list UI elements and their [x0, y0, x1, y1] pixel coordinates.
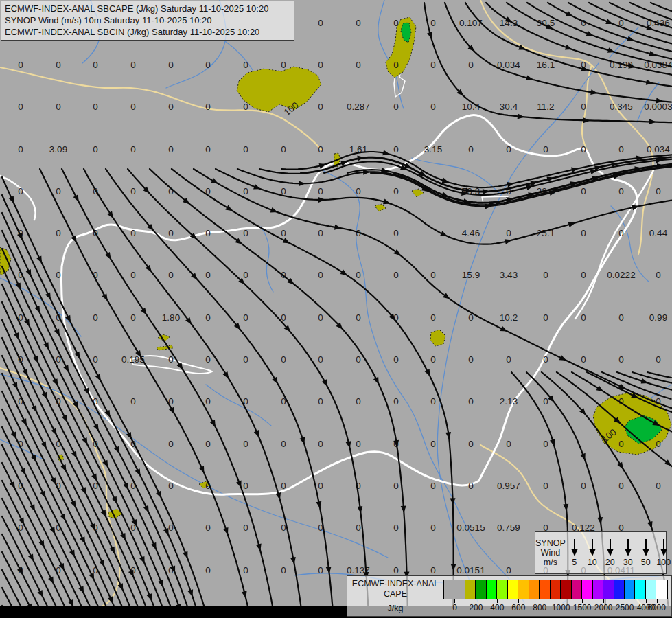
- map-value-label: 0: [543, 481, 548, 491]
- map-value-label: 0: [656, 270, 661, 280]
- map-value-label: 0: [18, 102, 23, 112]
- wind-down-arrow-icon: [588, 538, 597, 556]
- cape-tick-label: 0: [452, 603, 457, 613]
- map-value-label: 0: [281, 144, 286, 154]
- map-value-label: 0: [393, 186, 399, 196]
- map-value-label: 0: [318, 144, 323, 154]
- map-value-label: 0: [581, 312, 586, 323]
- map-value-label: 0: [430, 312, 436, 323]
- map-value-label: 0: [281, 565, 286, 575]
- map-value-label: 0.957: [497, 481, 520, 491]
- map-value-label: 0: [430, 270, 436, 280]
- map-value-label: 0: [130, 144, 136, 154]
- wind-speed-item: 30: [619, 538, 637, 567]
- map-value-label: 0: [281, 228, 286, 238]
- map-value-label: 0: [56, 270, 61, 280]
- map-value-label: 0: [581, 270, 586, 280]
- wind-legend-title: SYNOP Wind m/s: [535, 538, 566, 567]
- cape-colorbar-cell: [540, 580, 550, 599]
- map-value-label: 16.1: [537, 60, 555, 70]
- map-value-label: 0: [130, 228, 136, 238]
- map-value-label: 0: [281, 439, 286, 449]
- map-value-label: 0: [430, 523, 436, 533]
- title-line-sbcin: ECMWF-INDEX-ANAL SBCIN (J/kg) Saturday 1…: [5, 26, 290, 38]
- map-value-label: 1.80: [162, 312, 180, 323]
- cape-colorbar-cell: [635, 580, 645, 599]
- cape-colorbar-cell: [529, 580, 540, 599]
- map-value-label: 0: [318, 312, 323, 323]
- map-value-label: 0: [243, 481, 248, 491]
- map-value-label: 0: [543, 396, 548, 407]
- map-value-label: 0: [168, 481, 174, 491]
- map-value-label: 0: [430, 60, 436, 70]
- cape-colorbar-cell: [454, 580, 465, 599]
- map-value-label: 0: [130, 312, 136, 323]
- map-value-label: 0: [243, 186, 248, 196]
- map-value-label: 0: [93, 60, 98, 70]
- map-value-label: 0.759: [497, 523, 520, 533]
- map-value-label: 0.0222: [607, 270, 635, 280]
- map-value-label: 11.2: [537, 102, 554, 112]
- map-value-label: 0: [656, 396, 661, 407]
- map-value-label: 0: [243, 144, 248, 154]
- map-value-label: 0: [356, 439, 361, 449]
- map-value-label: 3.15: [424, 144, 442, 154]
- wind-down-arrow-icon: [623, 538, 633, 556]
- map-value-label: 0: [393, 18, 399, 28]
- cape-tick-label: 2000: [594, 603, 613, 613]
- map-value-label: 0: [318, 18, 323, 28]
- map-value-label: 0: [543, 270, 548, 280]
- map-value-label: 0: [393, 228, 399, 238]
- map-value-label: 0: [243, 270, 248, 280]
- map-value-label: 0: [168, 60, 174, 70]
- map-value-label: 0: [205, 60, 211, 70]
- map-value-label: 0: [168, 228, 174, 238]
- map-value-label: 0: [168, 144, 174, 154]
- map-value-label: 0: [356, 396, 361, 407]
- map-value-label: 0: [205, 523, 211, 533]
- map-value-label: 0: [430, 565, 436, 575]
- map-value-label: 0: [656, 439, 661, 449]
- map-value-label: 0: [168, 102, 174, 112]
- map-value-label: 0: [468, 439, 474, 449]
- cape-colorbar: [443, 580, 668, 599]
- cape-colorbar-cell: [465, 580, 476, 599]
- map-value-label: 0: [93, 102, 98, 112]
- map-value-label: 0: [18, 60, 23, 70]
- wind-legend-title-line3: m/s: [535, 558, 566, 567]
- wind-speed-label: 100: [656, 558, 671, 567]
- map-value-label: 0: [581, 102, 586, 112]
- wind-speed-label: 50: [641, 558, 651, 567]
- map-value-label: 0: [318, 228, 323, 238]
- cape-legend-units: J/kg: [347, 604, 443, 614]
- map-value-label: 0: [205, 312, 211, 323]
- map-value-label: 0: [393, 565, 399, 575]
- cape-tick-label: 2500: [616, 603, 634, 613]
- map-value-label: 0: [93, 312, 98, 323]
- cape-legend-box: ECMWF-INDEX-ANAL CAPE J/kg 0200400600800…: [347, 575, 672, 617]
- map-value-label: 0: [506, 354, 511, 365]
- map-value-label: 3.09: [49, 144, 67, 154]
- wind-down-arrow-icon: [659, 538, 669, 556]
- map-value-label: 0: [318, 439, 323, 449]
- map-value-label: 0: [205, 354, 211, 365]
- map-value-label: 0: [168, 270, 174, 280]
- wind-speed-item: 100: [655, 538, 672, 567]
- map-value-label: 0.345: [610, 102, 633, 112]
- map-value-label: 0: [281, 523, 286, 533]
- map-value-label: 0: [18, 144, 23, 154]
- map-value-label: 0: [581, 354, 586, 365]
- map-value-label: 0: [393, 396, 399, 407]
- map-value-label: 0: [18, 186, 23, 196]
- cape-colorbar-cell: [518, 580, 529, 599]
- map-value-label: 0: [543, 144, 548, 154]
- wind-legend-title-line2: Wind: [535, 548, 566, 558]
- map-value-label: 0: [468, 144, 474, 154]
- map-value-label: 0: [130, 186, 136, 196]
- wind-speed-item: 5: [566, 538, 583, 567]
- cape-tick-label: 1500: [573, 603, 592, 613]
- cape-colorbar-cell: [476, 580, 486, 599]
- map-value-label: 0: [318, 60, 323, 70]
- cape-colorbar-cell: [561, 580, 571, 599]
- map-value-label: 0: [393, 270, 399, 280]
